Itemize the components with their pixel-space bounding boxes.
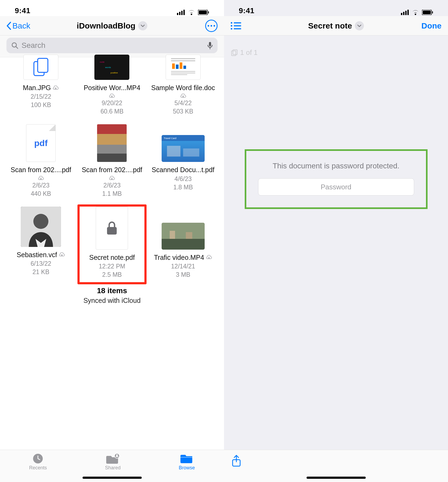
svg-rect-28: [183, 148, 199, 157]
cellular-icon: [401, 10, 409, 15]
home-indicator[interactable]: [83, 477, 142, 479]
svg-text:positive: positive: [111, 72, 118, 74]
microphone-icon[interactable]: [207, 42, 213, 49]
file-item[interactable]: codewordspositive Positive Wor...MP4 9/2…: [76, 52, 147, 122]
document-viewer-screen: 9:41 Secret note Done 1 of 1: [224, 0, 448, 482]
svg-rect-48: [234, 22, 241, 23]
file-thumb: [166, 55, 201, 80]
battery-icon: [422, 10, 433, 15]
file-size: 2.5 MB: [102, 271, 122, 278]
home-indicator[interactable]: [307, 477, 366, 479]
svg-text:code: code: [100, 61, 105, 63]
svg-rect-40: [401, 13, 402, 15]
file-date: 5/4/22: [175, 100, 192, 107]
tab-browse[interactable]: Browse: [179, 453, 195, 471]
svg-rect-41: [403, 12, 404, 15]
svg-rect-0: [177, 13, 178, 15]
file-item[interactable]: Sample Word file.doc 5/4/22 503 KB: [148, 52, 219, 122]
file-item[interactable]: Scan from 202....pdf 2/6/23 1.1 MB: [76, 122, 147, 204]
svg-rect-18: [172, 63, 175, 69]
file-item[interactable]: pdf Scan from 202....pdf 2/6/23 440 KB: [5, 122, 76, 204]
wifi-icon: [412, 10, 419, 15]
list-view-button[interactable]: [230, 22, 242, 30]
file-item[interactable]: Travel Card Scanned Docu...t.pdf 4/6/23 …: [148, 122, 219, 204]
file-name: Positive Wor...MP4: [80, 84, 144, 98]
svg-line-8: [16, 47, 18, 48]
file-name: Trafic video.MP4: [154, 253, 212, 262]
file-name: Scan from 202....pdf: [80, 166, 144, 180]
svg-point-30: [33, 214, 48, 229]
back-button[interactable]: Back: [6, 21, 30, 30]
svg-rect-34: [170, 231, 175, 239]
svg-rect-27: [167, 146, 180, 157]
file-item-secret-note[interactable]: Secret note.pdf 12:22 PM 2.5 MB: [76, 204, 147, 285]
file-name: Man.JPG: [23, 84, 59, 92]
svg-rect-2: [181, 11, 183, 15]
svg-rect-6: [208, 11, 209, 13]
file-thumb: [97, 124, 127, 162]
cloud-download-icon: [109, 94, 115, 98]
page-count-badge: 1 of 1: [231, 48, 258, 57]
file-size: 100 KB: [31, 101, 51, 109]
file-thumb: [21, 207, 61, 247]
file-thumb: Travel Card: [162, 135, 205, 162]
nav-title-group[interactable]: iDownloadBlog: [77, 21, 147, 30]
file-size: 1.8 MB: [173, 184, 193, 191]
nav-bar: Back iDownloadBlog: [0, 16, 224, 36]
file-thumb: codewordspositive: [94, 55, 129, 80]
file-item[interactable]: Man.JPG 2/15/22 100 KB: [5, 52, 76, 122]
svg-rect-16: [171, 58, 195, 59]
file-size: 3 MB: [176, 271, 190, 278]
cloud-download-icon: [109, 176, 115, 181]
chevron-left-icon: [6, 22, 11, 30]
share-button[interactable]: [232, 455, 241, 468]
done-button[interactable]: Done: [421, 21, 442, 30]
status-bar: 9:41: [224, 0, 448, 16]
folder-icon: [180, 453, 193, 464]
status-indicators: [177, 10, 209, 15]
file-thumb: [23, 55, 58, 80]
file-name: Sample Word file.doc: [151, 84, 215, 98]
file-grid: Man.JPG 2/15/22 100 KB codewordspositive…: [0, 57, 224, 285]
svg-rect-22: [171, 71, 195, 72]
file-size: 60.6 MB: [101, 108, 124, 115]
pages-icon: [231, 49, 238, 56]
more-options-button[interactable]: [205, 20, 218, 32]
nav-bar: Secret note Done: [224, 16, 448, 36]
svg-rect-9: [209, 42, 211, 46]
status-indicators: [401, 10, 433, 15]
wifi-icon: [188, 10, 195, 15]
file-size: 503 KB: [173, 108, 193, 115]
battery-icon: [198, 10, 209, 15]
file-name: Scanned Docu...t.pdf: [152, 166, 214, 174]
item-count: 18 items: [0, 286, 224, 295]
file-size: 440 KB: [31, 190, 51, 197]
status-time: 9:41: [15, 6, 30, 15]
lock-message: This document is password protected.: [254, 162, 418, 170]
svg-rect-21: [183, 66, 186, 69]
svg-rect-52: [234, 28, 241, 29]
svg-rect-53: [232, 51, 236, 56]
nav-title-group[interactable]: Secret note: [308, 21, 364, 30]
svg-point-49: [231, 25, 232, 27]
svg-rect-31: [107, 227, 117, 235]
folder-summary: 18 items Synced with iCloud: [0, 285, 224, 307]
search-placeholder: Search: [22, 41, 204, 50]
svg-rect-5: [199, 10, 207, 14]
file-item[interactable]: Sebastien.vcf 6/13/22 21 KB: [5, 204, 76, 285]
list-icon: [230, 22, 241, 30]
tab-recents[interactable]: Recents: [29, 453, 47, 471]
file-name: Sebastien.vcf: [17, 251, 65, 259]
file-date: 9/20/22: [102, 100, 122, 107]
cloud-download-icon: [38, 176, 44, 181]
status-bar: 9:41: [0, 0, 224, 16]
svg-point-47: [231, 22, 232, 24]
tab-shared[interactable]: Shared: [105, 453, 120, 471]
password-input[interactable]: [258, 178, 414, 196]
svg-rect-33: [162, 239, 205, 250]
lock-icon: [106, 221, 118, 235]
page-title: iDownloadBlog: [77, 21, 135, 30]
search-input[interactable]: Search: [6, 38, 218, 53]
file-item[interactable]: Trafic video.MP4 12/14/21 3 MB: [148, 204, 219, 285]
clock-icon: [33, 453, 43, 464]
